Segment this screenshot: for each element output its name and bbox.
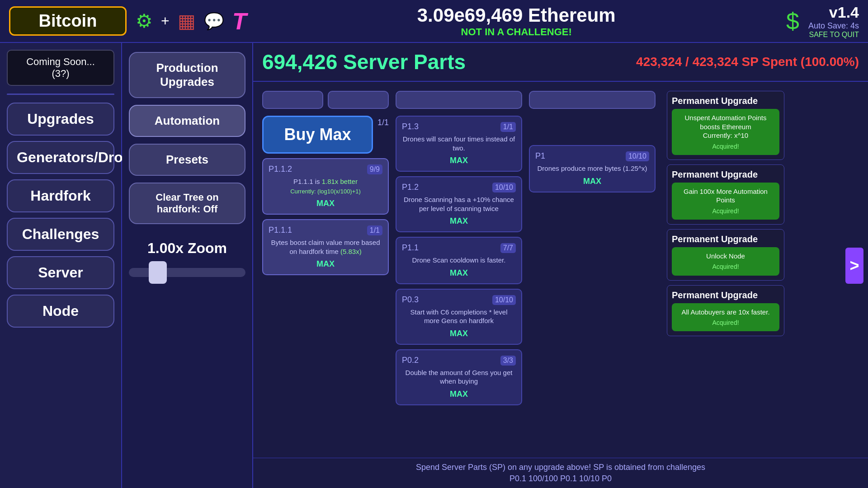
ethereum-amount: 3.09e69,469 Ethereum: [255, 5, 777, 26]
server-parts-header: 694,426 Server Parts 423,324 / 423,324 S…: [253, 43, 868, 82]
sidebar-item-node[interactable]: Node: [7, 295, 114, 328]
zoom-label: 1.00x Zoom: [147, 240, 227, 257]
p1-3-badge: 1/1: [500, 122, 516, 132]
t-icon[interactable]: T: [232, 8, 247, 35]
upgrade-p0-2[interactable]: P0.2 3/3 Double the amount of Gens you g…: [396, 349, 522, 405]
perm-3-body: Unlock Node: [676, 252, 775, 261]
permanent-upgrades-column: Permanent Upgrade Unspent Automation Poi…: [667, 91, 784, 477]
scroll-right-arrow[interactable]: >: [845, 248, 863, 284]
permanent-upgrade-2: Permanent Upgrade Gain 100x More Automat…: [667, 164, 784, 225]
p1-1-2-label: P1.1.2: [269, 164, 292, 174]
partial-top-right: [529, 91, 656, 109]
p0-2-max: MAX: [402, 389, 516, 399]
p1-1-1-max: MAX: [269, 259, 382, 269]
right-upgrades-column: P1 10/10 Drones produce more bytes (1.25…: [529, 91, 656, 477]
p1-3-body: Drones will scan four times instead of t…: [402, 135, 516, 152]
p1-1-2-max: MAX: [269, 199, 382, 208]
grid-icon[interactable]: ▦: [178, 10, 196, 32]
footer-text: Spend Server Parts (SP) on any upgrade a…: [253, 458, 868, 488]
sidebar-item-generators[interactable]: Generators/Drones: [7, 141, 114, 174]
permanent-upgrade-1: Permanent Upgrade Unspent Automation Poi…: [667, 91, 784, 160]
clear-tree-button[interactable]: Clear Tree on hardfork: Off: [129, 183, 245, 224]
p1-body: Drones produce more bytes (1.25^x): [535, 164, 649, 173]
partial-card-top-2: [328, 91, 389, 109]
perm-2-acquired: Acquired!: [676, 207, 775, 215]
perm-2-title: Permanent Upgrade: [672, 169, 779, 180]
p0-2-badge: 3/3: [500, 356, 516, 366]
gear-icon[interactable]: ⚙: [136, 10, 153, 32]
perm-4-acquired: Acquired!: [676, 319, 775, 327]
sidebar-divider: [7, 94, 114, 95]
upgrade-p1-1-1[interactable]: P1.1.1 1/1 Bytes boost claim value more …: [262, 219, 389, 275]
p1-1-2-sub: Currently: (log10(x/100)+1): [269, 188, 382, 196]
version-label: v1.4: [808, 4, 859, 21]
zoom-slider-container: [129, 268, 245, 279]
p0-3-max: MAX: [402, 329, 516, 338]
perm-4-title: Permanent Upgrade: [672, 290, 779, 300]
sidebar-item-upgrades[interactable]: Upgrades: [7, 103, 114, 136]
upgrade-p0-3[interactable]: P0.3 10/10 Start with C6 completions * l…: [396, 289, 522, 345]
p0-2-body: Double the amount of Gens you get when b…: [402, 368, 516, 386]
upgrade-p1-3[interactable]: P1.3 1/1 Drones will scan four times ins…: [396, 116, 522, 172]
p1-1-2-badge: 9/9: [367, 164, 382, 174]
perm-1-body: Unspent Automation Points boosts Ethereu…: [676, 113, 775, 140]
center-upgrades-column: P1.3 1/1 Drones will scan four times ins…: [396, 91, 522, 477]
coming-soon-label: Coming Soon... (3?): [7, 50, 114, 86]
p1-badge: 10/10: [626, 151, 649, 161]
discord-icon[interactable]: 💬: [204, 12, 224, 31]
sidebar-item-hardfork[interactable]: Hardfork: [7, 179, 114, 212]
p1-1-badge: 7/7: [500, 243, 516, 253]
p1-2-label: P1.2: [402, 183, 419, 192]
p1-1-max: MAX: [402, 268, 516, 278]
perm-3-acquired: Acquired!: [676, 263, 775, 271]
upgrade-p1[interactable]: P1 10/10 Drones produce more bytes (1.25…: [529, 145, 656, 192]
perm-4-body: All Autobuyers are 10x faster.: [676, 308, 775, 317]
challenge-status: NOT IN A CHALLENGE!: [255, 26, 777, 38]
currency-display: 3.09e69,469 Ethereum NOT IN A CHALLENGE!: [255, 5, 777, 38]
autosave-text: Auto Save: 4s: [808, 21, 859, 31]
partial-card-top-1: [262, 91, 323, 109]
p1-max: MAX: [535, 177, 649, 186]
footer-line-2: P0.1 100/100 P0.1 10/10 P0: [262, 474, 859, 483]
perm-1-title: Permanent Upgrade: [672, 96, 779, 106]
version-info: v1.4 Auto Save: 4s SAFE TO QUIT: [808, 4, 859, 39]
p1-2-body: Drone Scanning has a +10% chance per lev…: [402, 195, 516, 213]
p1-1-1-body: Bytes boost claim value more based on ha…: [271, 239, 380, 255]
buy-max-button[interactable]: Buy Max: [262, 116, 373, 154]
p1-1-2-body: P1.1.1 is 1.81x better: [293, 178, 358, 185]
p0-3-label: P0.3: [402, 295, 419, 305]
p1-label: P1: [535, 151, 545, 161]
perm-2-body: Gain 100x More Automation Points: [676, 187, 775, 205]
p1-1-1-label: P1.1.1: [269, 225, 292, 235]
presets-button[interactable]: Presets: [129, 144, 245, 176]
p1-2-badge: 10/10: [492, 183, 516, 192]
upgrade-grid: Buy Max 1/1 P1.1.2 9/9 P1.1.1 is 1.81x b…: [253, 82, 868, 486]
buy-max-badge: 1/1: [377, 116, 389, 127]
upgrade-p1-2[interactable]: P1.2 10/10 Drone Scanning has a +10% cha…: [396, 176, 522, 232]
automation-button[interactable]: Automation: [129, 105, 245, 137]
dollar-sign-icon: $: [786, 8, 799, 35]
p1-2-max: MAX: [402, 216, 516, 226]
zoom-slider[interactable]: [129, 268, 245, 277]
sp-spent-label: 423,324 / 423,324 SP Spent (100.00%): [636, 55, 859, 69]
bitcoin-button[interactable]: Bitcoin: [9, 6, 127, 36]
sidebar-item-challenges[interactable]: Challenges: [7, 218, 114, 251]
production-upgrades-button[interactable]: Production Upgrades: [129, 52, 245, 98]
p1-1-1-badge: 1/1: [367, 225, 382, 235]
main-content: 694,426 Server Parts 423,324 / 423,324 S…: [253, 43, 868, 488]
upgrade-p1-1-2[interactable]: P1.1.2 9/9 P1.1.1 is 1.81x better Curren…: [262, 158, 389, 215]
upgrade-p1-1[interactable]: P1.1 7/7 Drone Scan cooldown is faster. …: [396, 237, 522, 284]
plus-icon: +: [161, 13, 170, 29]
p1-3-label: P1.3: [402, 122, 419, 132]
p0-3-badge: 10/10: [492, 295, 516, 305]
sidebar-item-server[interactable]: Server: [7, 256, 114, 289]
top-icons: ⚙ + ▦ 💬 T: [136, 8, 246, 35]
spacer-right: [529, 116, 656, 141]
p1-1-body: Drone Scan cooldown is faster.: [402, 256, 516, 265]
left-sidebar: Coming Soon... (3?) Upgrades Generators/…: [0, 43, 122, 488]
p0-2-label: P0.2: [402, 356, 419, 366]
permanent-upgrade-3: Permanent Upgrade Unlock Node Acquired!: [667, 229, 784, 281]
left-upgrades-column: Buy Max 1/1 P1.1.2 9/9 P1.1.1 is 1.81x b…: [262, 91, 389, 477]
perm-3-title: Permanent Upgrade: [672, 234, 779, 244]
p1-1-label: P1.1: [402, 243, 419, 253]
